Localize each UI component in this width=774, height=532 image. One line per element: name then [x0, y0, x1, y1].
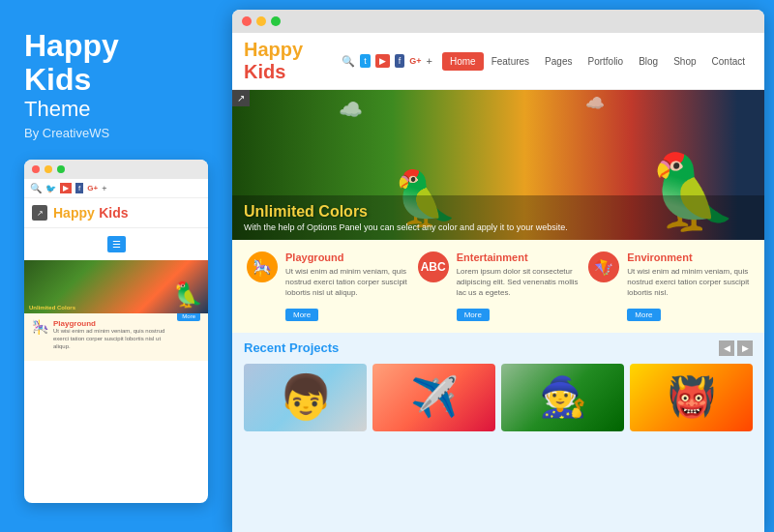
environment-text: Ut wisi enim ad minim veniam, quis nostr…: [627, 266, 750, 299]
dot-yellow: [256, 16, 266, 26]
mini-twitter-icon: 🐦: [45, 184, 56, 193]
brand-title: Happy Kids: [24, 29, 208, 97]
mini-playground-icon: 🎠: [32, 319, 48, 335]
playground-title: Playground: [285, 251, 408, 263]
warrior-icon: 🧙: [539, 374, 587, 420]
playground-icon-circle: 🎠: [247, 251, 278, 282]
plane-icon: ✈️: [410, 374, 459, 420]
entertainment-title: Entertainment: [457, 251, 580, 263]
recent-nav-controls: ◀ ▶: [719, 340, 753, 356]
mini-dot-green: [57, 165, 65, 173]
recent-projects-section: Recent Projects ◀ ▶ 👦 ✈️: [232, 333, 764, 532]
feature-card-environment: 🪁 Environment Ut wisi enim ad minim veni…: [588, 251, 750, 321]
cloud-icon: ☁️: [339, 98, 363, 121]
search-icon[interactable]: 🔍: [342, 55, 355, 68]
facebook-icon[interactable]: f: [395, 54, 405, 68]
left-panel: Happy Kids Theme By CreativeWS 🔍 🐦 ▶ f G…: [0, 0, 232, 532]
hero-image: 🦜 🦜 ☁️ ☁️ Unlimited Colors With the help…: [232, 90, 764, 240]
mini-feature-item: 🎠 Playground Ut wisi enim ad minim venia…: [32, 319, 200, 350]
mini-plus-icon: +: [102, 184, 106, 193]
playground-text: Ut wisi enim ad minim veniam, quis nostr…: [285, 266, 408, 299]
mini-browser-mockup: 🔍 🐦 ▶ f G+ + ↗ Happy Kids ☰ Unlimited Co…: [24, 160, 208, 503]
feature-card-entertainment: ABC Entertainment Lorem ipsum dolor sit …: [418, 251, 580, 321]
project-image-plane: ✈️: [372, 364, 495, 431]
project-image-kid: 👦: [244, 364, 367, 431]
site-header: Happy Kids 🔍 t ▶ f G+ + Home Features Pa…: [232, 33, 764, 90]
hero-title: Unlimited Colors: [244, 203, 753, 221]
mini-logo-area: ↗ Happy Kids: [24, 198, 208, 228]
project-card-warrior[interactable]: 🧙: [501, 364, 624, 431]
nav-home[interactable]: Home: [442, 52, 484, 71]
nav-pages[interactable]: Pages: [537, 52, 580, 71]
main-browser-window: Happy Kids 🔍 t ▶ f G+ + Home Features Pa…: [232, 10, 764, 532]
brand-subtitle: Theme: [24, 97, 208, 122]
dot-red: [242, 16, 252, 26]
browser-titlebar: [232, 10, 764, 33]
environment-more-button[interactable]: More: [627, 309, 660, 321]
site-header-right: 🔍 t ▶ f G+ + Home Features Pages Portfol…: [342, 52, 753, 71]
kid-character-icon: 👦: [279, 371, 333, 423]
cloud2-icon: ☁️: [585, 94, 605, 112]
mini-features: 🎠 Playground Ut wisi enim ad minim venia…: [24, 313, 208, 360]
recent-next-button[interactable]: ▶: [737, 340, 753, 356]
mini-dot-red: [32, 165, 40, 173]
mini-gplus-icon: G+: [87, 184, 98, 192]
project-image-warrior: 🧙: [501, 364, 624, 431]
recent-header: Recent Projects ◀ ▶: [244, 340, 753, 356]
project-image-monster: 👹: [630, 364, 753, 431]
feature-card-playground: 🎠 Playground Ut wisi enim ad minim venia…: [247, 251, 408, 321]
projects-grid: 👦 ✈️ 🧙 👹: [244, 364, 753, 431]
share-sidebar-button[interactable]: ↗: [232, 90, 250, 106]
project-card-monster[interactable]: 👹: [630, 364, 753, 431]
brand-info: Happy Kids Theme By CreativeWS: [24, 29, 208, 140]
mini-menu-area: ☰: [24, 228, 208, 260]
site-logo: Happy Kids: [244, 39, 342, 83]
gplus-icon[interactable]: G+: [409, 56, 421, 66]
entertainment-icon-circle: ABC: [418, 251, 449, 282]
entertainment-text: Lorem ipsum dolor sit consectetur adipis…: [457, 266, 580, 299]
mini-facebook-icon: f: [75, 183, 83, 193]
mini-dot-yellow: [45, 165, 52, 173]
site-nav: Home Features Pages Portfolio Blog Shop …: [442, 52, 753, 71]
mini-hero: Unlimited Colors 🦜: [24, 260, 208, 313]
nav-contact[interactable]: Contact: [704, 52, 753, 71]
recent-prev-button[interactable]: ◀: [719, 340, 734, 356]
browser-content: Happy Kids 🔍 t ▶ f G+ + Home Features Pa…: [232, 33, 764, 532]
playground-more-button[interactable]: More: [285, 309, 318, 321]
features-section: 🎠 Playground Ut wisi enim ad minim venia…: [232, 240, 764, 333]
mini-titlebar: [24, 160, 208, 179]
mini-logo: Happy Kids: [53, 204, 129, 222]
hero-subtitle: With the help of Options Panel you can s…: [244, 222, 753, 232]
nav-portfolio[interactable]: Portfolio: [580, 52, 631, 71]
mini-hero-title: Unlimited Colors: [29, 305, 75, 310]
recent-projects-title: Recent Projects: [244, 340, 339, 355]
header-icons: 🔍 t ▶ f G+ +: [342, 54, 432, 68]
mini-search-icon: 🔍: [30, 183, 42, 193]
project-card-plane[interactable]: ✈️: [372, 364, 495, 431]
youtube-icon[interactable]: ▶: [375, 54, 390, 68]
mini-youtube-icon: ▶: [60, 183, 72, 193]
plus-icon[interactable]: +: [427, 55, 432, 67]
environment-title: Environment: [627, 251, 750, 263]
environment-icon-circle: 🪁: [588, 251, 619, 282]
dot-green: [271, 16, 281, 26]
project-card-kid[interactable]: 👦: [244, 364, 367, 431]
entertainment-more-button[interactable]: More: [457, 309, 490, 321]
nav-features[interactable]: Features: [484, 52, 537, 71]
hero-overlay: Unlimited Colors With the help of Option…: [232, 195, 764, 240]
nav-blog[interactable]: Blog: [631, 52, 666, 71]
mini-bird-icon: 🦜: [173, 281, 203, 309]
brand-by: By CreativeWS: [24, 126, 208, 140]
monster-icon: 👹: [668, 374, 716, 420]
mini-menu-icon[interactable]: ☰: [107, 236, 126, 252]
hero-section: ↗ 🦜 🦜 ☁️ ☁️ Unlimited Colors With the he…: [232, 90, 764, 240]
mini-nav: 🔍 🐦 ▶ f G+ +: [24, 179, 208, 198]
twitter-icon[interactable]: t: [360, 54, 371, 68]
nav-shop[interactable]: Shop: [666, 52, 703, 71]
mini-share-button[interactable]: ↗: [32, 205, 47, 221]
